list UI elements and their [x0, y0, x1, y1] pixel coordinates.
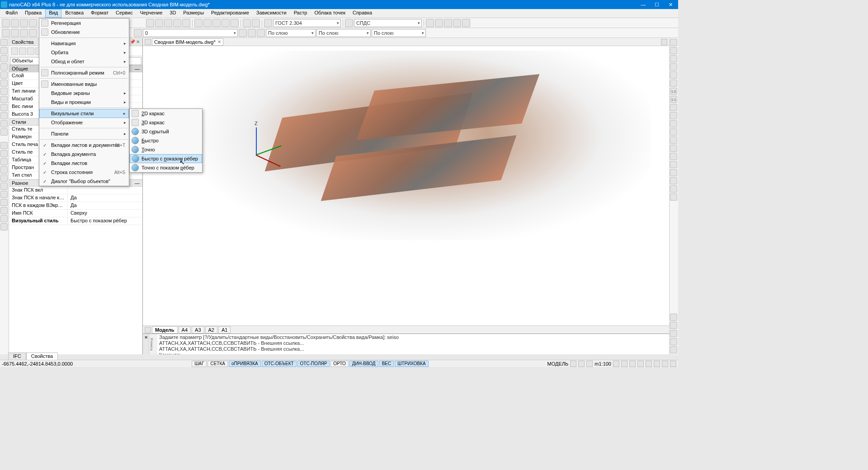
- menu-item[interactable]: Вкладки листов: [39, 159, 129, 168]
- menu-item[interactable]: Регенерация: [39, 19, 129, 28]
- tb-line-icon[interactable]: [2, 29, 10, 37]
- menu-растр[interactable]: Растр: [290, 9, 311, 18]
- menu-item[interactable]: Визуальные стили▸: [39, 109, 129, 118]
- lt-rect-icon[interactable]: [0, 55, 8, 62]
- tb-misc4-icon[interactable]: [453, 19, 461, 27]
- lt-pline-icon[interactable]: [0, 47, 8, 54]
- submenu-item[interactable]: Быстро с показом рёбер: [130, 154, 202, 163]
- menu-вставка[interactable]: Вставка: [61, 9, 87, 18]
- rt-iso4-icon[interactable]: [670, 128, 677, 136]
- status-model-label[interactable]: МОДЕЛЬ: [547, 361, 569, 367]
- status-scale[interactable]: m1:100: [594, 361, 611, 367]
- status-icon2[interactable]: [578, 361, 585, 367]
- rt-view3-icon[interactable]: [670, 338, 677, 345]
- tb-block-icon[interactable]: [243, 19, 251, 27]
- tb-hatch-icon[interactable]: [252, 19, 260, 27]
- menu-item[interactable]: Навигация▸: [39, 39, 129, 48]
- rt-top-icon[interactable]: [670, 136, 677, 144]
- drawing-canvas[interactable]: Z: [143, 46, 669, 325]
- rt-home-icon[interactable]: [670, 39, 677, 46]
- lt-arc-icon[interactable]: [0, 63, 8, 70]
- menu-файл[interactable]: Файл: [2, 9, 21, 18]
- menu-item[interactable]: Полноэкранный режимCtrl+0: [39, 68, 129, 77]
- doc-tabs-dropdown-icon[interactable]: [661, 39, 667, 45]
- layer-dropdown[interactable]: 0: [143, 29, 238, 37]
- doc-tabs-menu-icon[interactable]: [145, 39, 151, 45]
- menu-item[interactable]: Обновление: [39, 28, 129, 37]
- status-icon3[interactable]: [586, 361, 593, 367]
- menu-item[interactable]: Строка состоянияAlt+S: [39, 168, 129, 177]
- menu-зависимости[interactable]: Зависимости: [253, 9, 290, 18]
- linetype-dropdown[interactable]: По слою: [266, 29, 316, 37]
- rt-back-icon[interactable]: [670, 169, 677, 176]
- tb-lt2-icon[interactable]: [248, 29, 256, 37]
- menu-облака точек[interactable]: Облака точек: [311, 9, 349, 18]
- menu-item[interactable]: Диалог "Выбор объектов": [39, 177, 129, 186]
- prop-row[interactable]: Знак ПСК вкл: [9, 187, 142, 194]
- ph-btn1[interactable]: [11, 47, 18, 55]
- status-toggle-ДИН-ВВОД[interactable]: ДИН-ВВОД: [349, 361, 378, 367]
- lt-copy2-icon[interactable]: [0, 150, 8, 157]
- menu-item[interactable]: Панели▸: [39, 129, 129, 138]
- tb-open-icon[interactable]: [11, 19, 19, 27]
- status-toggle-ШТРИХОВКА[interactable]: ШТРИХОВКА: [395, 361, 428, 367]
- status-toggle-оПРИВЯЗКА[interactable]: оПРИВЯЗКА: [229, 361, 261, 367]
- menu-сервис[interactable]: Сервис: [112, 9, 137, 18]
- menu-item[interactable]: Орбита▸: [39, 48, 129, 57]
- sheet-tab-А2[interactable]: А2: [205, 326, 217, 334]
- lt-spline-icon[interactable]: [0, 88, 8, 95]
- tb-zoom2-icon[interactable]: [155, 19, 163, 27]
- submenu-item[interactable]: Быстро: [130, 136, 202, 145]
- status-toggle-ШАГ[interactable]: ШАГ: [192, 361, 207, 367]
- status-icon5[interactable]: [621, 361, 627, 367]
- rt-iso2-icon[interactable]: [670, 112, 677, 119]
- lt-fillet-icon[interactable]: [0, 207, 8, 214]
- menu-правка[interactable]: Правка: [21, 9, 45, 18]
- rt-left-icon[interactable]: [670, 153, 677, 160]
- status-toggle-ОТС-ОБЪЕКТ[interactable]: ОТС-ОБЪЕКТ: [262, 361, 297, 367]
- prop-row[interactable]: Имя ПСКСверху: [9, 210, 142, 217]
- rt-view2-icon[interactable]: [670, 330, 677, 337]
- lt-stretch-icon[interactable]: [0, 183, 8, 190]
- status-icon10[interactable]: [662, 361, 668, 367]
- gost-dropdown[interactable]: ГОСТ 2.304: [273, 19, 341, 27]
- lt-point-icon[interactable]: [0, 104, 8, 111]
- lt-hatch-icon[interactable]: [0, 96, 8, 103]
- menu-справка[interactable]: Справка: [349, 9, 376, 18]
- sheet-tabs-menu-icon[interactable]: [145, 327, 151, 333]
- status-icon6[interactable]: [629, 361, 636, 367]
- lt-line-icon[interactable]: [0, 39, 8, 46]
- rt-shade-icon[interactable]: [670, 193, 677, 201]
- menu-формат[interactable]: Формат: [87, 9, 112, 18]
- close-button[interactable]: ✕: [664, 0, 677, 9]
- tb-text-icon[interactable]: [231, 19, 239, 27]
- menu-черчение[interactable]: Черчение: [137, 9, 166, 18]
- sheet-tab-А3[interactable]: А3: [192, 326, 204, 334]
- submenu-item[interactable]: 2D каркас: [130, 109, 202, 118]
- tb-font-icon[interactable]: [264, 19, 272, 27]
- tb-misc2-icon[interactable]: [435, 19, 443, 27]
- status-toggle-ОТС-ПОЛЯР[interactable]: ОТС-ПОЛЯР: [297, 361, 330, 367]
- lt-mirror-icon[interactable]: [0, 174, 8, 182]
- ph-btn2[interactable]: [19, 47, 26, 55]
- props-close-icon[interactable]: ✕: [136, 39, 140, 44]
- tb-spds-icon[interactable]: [345, 19, 353, 27]
- menu-item[interactable]: Вкладка документа: [39, 150, 129, 159]
- lt-ellipse-icon[interactable]: [0, 80, 8, 87]
- rt-iso3-icon[interactable]: [670, 120, 677, 127]
- submenu-item[interactable]: Точно с показом рёбер: [130, 163, 202, 172]
- rt-front-icon[interactable]: [670, 145, 677, 152]
- lt-circle-icon[interactable]: [0, 71, 8, 79]
- minimize-button[interactable]: —: [637, 0, 650, 9]
- lt-trim-icon[interactable]: [0, 191, 8, 198]
- menu-item[interactable]: Отображение▸: [39, 118, 129, 127]
- tb-measure-icon[interactable]: [203, 19, 212, 27]
- prop-value[interactable]: [68, 187, 142, 194]
- submenu-item[interactable]: Точно: [130, 145, 202, 154]
- tb-zoom3-icon[interactable]: [164, 19, 172, 27]
- ph-btn3[interactable]: [27, 47, 34, 55]
- tb-dim-icon[interactable]: [212, 19, 221, 27]
- rt-iso1-icon[interactable]: [670, 104, 677, 111]
- rt-orbit-icon[interactable]: [670, 47, 677, 54]
- tb-new-icon[interactable]: [2, 19, 10, 27]
